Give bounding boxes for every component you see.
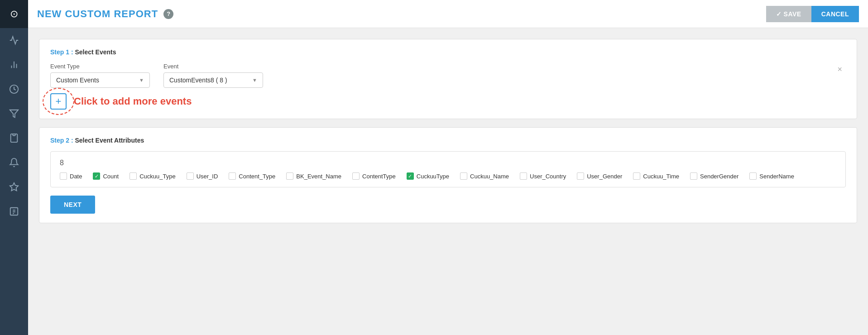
attr-label-content-type: Content_Type bbox=[239, 173, 275, 180]
star-icon bbox=[9, 182, 19, 192]
analytics-icon bbox=[9, 35, 19, 45]
attr-item-user-gender: User_Gender bbox=[577, 172, 622, 180]
add-events-row: + Click to add more events bbox=[50, 93, 846, 110]
attr-item-cuckuutype: ✓CuckuuType bbox=[407, 172, 449, 180]
attr-checkbox-cuckuu-type[interactable] bbox=[129, 172, 137, 180]
attr-checkbox-contenttype[interactable] bbox=[352, 172, 360, 180]
attr-label-cuckuu-type: Cuckuu_Type bbox=[139, 173, 176, 180]
attr-label-contenttype: ContentType bbox=[362, 173, 396, 180]
attr-label-sendergender: SenderGender bbox=[700, 173, 739, 180]
attr-checkbox-cuckuutype[interactable]: ✓ bbox=[407, 172, 414, 180]
attr-checkbox-content-type[interactable] bbox=[229, 172, 236, 180]
attr-item-contenttype: ContentType bbox=[352, 172, 396, 180]
attr-label-cuckuu-name: Cuckuu_Name bbox=[470, 173, 509, 180]
sidebar-item-star[interactable] bbox=[0, 175, 28, 199]
chart-icon bbox=[9, 60, 19, 70]
step1-label: Step 1 : Select Events bbox=[50, 48, 846, 56]
sidebar-logo[interactable]: ⊙ bbox=[0, 0, 28, 28]
attr-label-user-country: User_Country bbox=[530, 173, 566, 180]
attr-checkbox-sendergender[interactable] bbox=[690, 172, 697, 180]
sidebar-item-clock[interactable] bbox=[0, 77, 28, 101]
main-content: NEW CUSTOM REPORT ? ✓ SAVE CANCEL Step 1… bbox=[28, 0, 868, 335]
sidebar-item-chart[interactable] bbox=[0, 53, 28, 77]
attr-row: Date✓CountCuckuu_TypeUser_IDContent_Type… bbox=[60, 172, 836, 180]
step2-prefix: Step 2 : bbox=[50, 137, 75, 144]
event-group: Event CustomEvents8 ( 8 ) ▼ bbox=[163, 63, 263, 88]
page-title: NEW CUSTOM REPORT bbox=[37, 8, 158, 20]
attr-checkbox-sendername[interactable] bbox=[749, 172, 757, 180]
event-value: CustomEvents8 ( 8 ) bbox=[169, 77, 227, 84]
header-left: NEW CUSTOM REPORT ? bbox=[37, 8, 173, 20]
attr-item-user-country: User_Country bbox=[520, 172, 566, 180]
attr-item-cuckuu-time: Cuckuu_Time bbox=[633, 172, 679, 180]
save-button[interactable]: ✓ SAVE bbox=[766, 6, 811, 22]
attr-label-bk-event-name: BK_Event_Name bbox=[296, 173, 341, 180]
step1-prefix: Step 1 : bbox=[50, 48, 75, 56]
add-event-button[interactable]: + bbox=[50, 93, 67, 110]
logo-icon: ⊙ bbox=[10, 8, 18, 20]
attr-item-user-id: User_ID bbox=[187, 172, 218, 180]
page-body: Step 1 : Select Events Event Type Custom… bbox=[28, 28, 868, 335]
attr-item-sendername: SenderName bbox=[749, 172, 794, 180]
clock-icon bbox=[9, 84, 19, 94]
event-arrow-icon: ▼ bbox=[252, 77, 257, 83]
step2-section: Step 2 : Select Event Attributes 8 Date✓… bbox=[39, 127, 857, 223]
attr-checkbox-cuckuu-name[interactable] bbox=[460, 172, 467, 180]
bell-icon bbox=[9, 158, 19, 168]
attr-count: 8 bbox=[60, 159, 836, 167]
attr-item-count: ✓Count bbox=[93, 172, 119, 180]
attr-checkbox-cuckuu-time[interactable] bbox=[633, 172, 640, 180]
filter-icon bbox=[9, 109, 19, 119]
attr-item-bk-event-name: BK_Event_Name bbox=[286, 172, 341, 180]
attr-label-date: Date bbox=[70, 173, 82, 180]
sidebar-item-bell[interactable] bbox=[0, 150, 28, 175]
attr-label-cuckuu-time: Cuckuu_Time bbox=[643, 173, 679, 180]
help-icon[interactable]: ? bbox=[163, 9, 173, 19]
cancel-button[interactable]: CANCEL bbox=[811, 6, 859, 22]
event-type-dropdown[interactable]: Custom Events ▼ bbox=[50, 72, 150, 88]
clipboard-icon bbox=[9, 133, 19, 143]
event-type-arrow-icon: ▼ bbox=[139, 77, 144, 83]
event-dropdown[interactable]: CustomEvents8 ( 8 ) ▼ bbox=[163, 72, 263, 88]
attr-checkbox-user-gender[interactable] bbox=[577, 172, 584, 180]
next-button[interactable]: NEXT bbox=[50, 196, 95, 214]
attr-checkbox-bk-event-name[interactable] bbox=[286, 172, 293, 180]
sidebar-item-report[interactable] bbox=[0, 199, 28, 224]
attr-label-user-id: User_ID bbox=[197, 173, 218, 180]
attr-item-content-type: Content_Type bbox=[229, 172, 275, 180]
attr-label-count: Count bbox=[103, 173, 119, 180]
sidebar-item-filter[interactable] bbox=[0, 101, 28, 126]
sidebar-item-clipboard[interactable] bbox=[0, 126, 28, 150]
step2-label: Step 2 : Select Event Attributes bbox=[50, 137, 846, 144]
add-events-hint: Click to add more events bbox=[74, 96, 192, 107]
svg-marker-4 bbox=[10, 110, 18, 118]
attr-item-date: Date bbox=[60, 172, 82, 180]
event-type-label: Event Type bbox=[50, 63, 150, 70]
step2-title: Select Event Attributes bbox=[75, 137, 144, 144]
attr-item-sendergender: SenderGender bbox=[690, 172, 739, 180]
attr-item-cuckuu-type: Cuckuu_Type bbox=[129, 172, 176, 180]
attr-checkbox-count[interactable]: ✓ bbox=[93, 172, 100, 180]
remove-event-button[interactable]: × bbox=[834, 63, 846, 76]
header: NEW CUSTOM REPORT ? ✓ SAVE CANCEL bbox=[28, 0, 868, 28]
attributes-container: 8 Date✓CountCuckuu_TypeUser_IDContent_Ty… bbox=[50, 151, 846, 187]
step1-section: Step 1 : Select Events Event Type Custom… bbox=[39, 39, 857, 119]
svg-rect-5 bbox=[13, 134, 15, 136]
attr-label-user-gender: User_Gender bbox=[587, 173, 622, 180]
attr-checkbox-user-id[interactable] bbox=[187, 172, 194, 180]
step1-title: Select Events bbox=[75, 48, 116, 56]
event-type-value: Custom Events bbox=[56, 77, 99, 84]
header-actions: ✓ SAVE CANCEL bbox=[766, 6, 859, 22]
sidebar-item-analytics[interactable] bbox=[0, 28, 28, 53]
event-type-group: Event Type Custom Events ▼ bbox=[50, 63, 150, 88]
attr-label-cuckuutype: CuckuuType bbox=[417, 173, 449, 180]
event-selectors-row: Event Type Custom Events ▼ Event CustomE… bbox=[50, 63, 846, 88]
attr-item-cuckuu-name: Cuckuu_Name bbox=[460, 172, 509, 180]
svg-marker-6 bbox=[10, 183, 18, 191]
attr-checkbox-user-country[interactable] bbox=[520, 172, 527, 180]
attr-label-sendername: SenderName bbox=[759, 173, 794, 180]
sidebar: ⊙ bbox=[0, 0, 28, 335]
attr-checkbox-date[interactable] bbox=[60, 172, 67, 180]
report-icon bbox=[9, 206, 19, 216]
event-label: Event bbox=[163, 63, 263, 70]
